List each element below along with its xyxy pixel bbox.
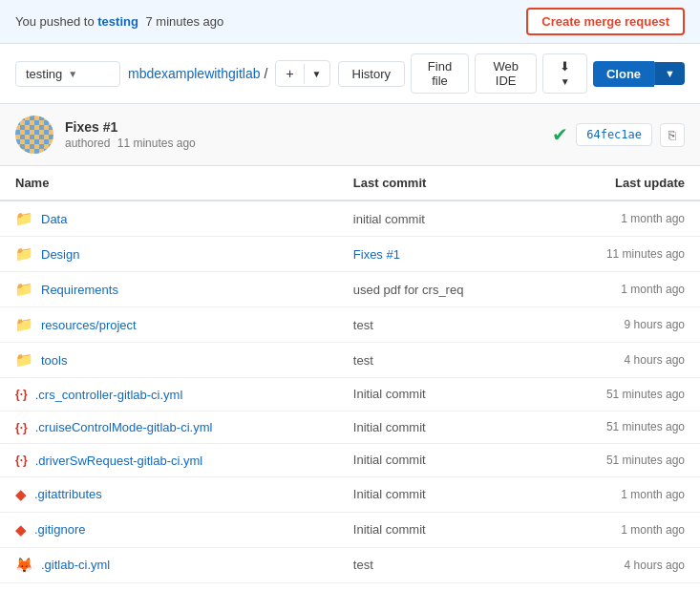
- file-icon-name: {·} .crs_controller-gitlab-ci.yml: [15, 388, 182, 402]
- file-link[interactable]: .gitattributes: [34, 487, 102, 501]
- file-table: Name Last commit Last update 📁 Data init…: [0, 166, 700, 591]
- download-icon: ⬇: [560, 59, 570, 74]
- table-row: 📁 tools test 4 hours ago: [0, 343, 700, 378]
- commit-title: Fixes #1: [65, 119, 541, 135]
- file-link[interactable]: Requirements: [41, 283, 118, 297]
- table-row: {·} .driverSwRequest-gitlab-ci.yml Initi…: [0, 444, 700, 477]
- file-link[interactable]: .gitignore: [34, 522, 85, 537]
- file-link[interactable]: resources/project: [41, 318, 137, 332]
- table-row: 🦊 .gitlab-ci.yml test 4 hours ago: [0, 547, 700, 582]
- last-update-cell: 51 minutes ago: [542, 444, 700, 477]
- last-commit-cell: Fixes #1: [338, 237, 542, 272]
- file-icon-name: ◆ .gitattributes: [15, 486, 102, 503]
- col-last-update: Last update: [542, 166, 700, 201]
- web-ide-button[interactable]: Web IDE: [475, 53, 537, 94]
- git-icon: ◆: [15, 521, 27, 538]
- history-button[interactable]: History: [338, 61, 405, 87]
- last-commit-cell: test: [338, 343, 542, 378]
- copy-hash-button[interactable]: ⎘: [660, 123, 685, 147]
- file-link[interactable]: Design: [41, 247, 79, 262]
- commit-actions: ✔ 64fec1ae ⎘: [552, 123, 685, 147]
- file-name-cell: 📁 Data: [0, 201, 338, 237]
- file-link[interactable]: .cruiseControlMode-gitlab-ci.yml: [35, 420, 213, 434]
- commit-hash-link[interactable]: 64fec1ae: [576, 123, 652, 146]
- file-name-cell: ◆ .gitignore: [0, 512, 338, 547]
- repository-toolbar: testing ▼ mbdexamplewithgitlab / + ▼ His…: [0, 44, 700, 104]
- last-commit-cell: Initial commit: [338, 378, 542, 412]
- ci-status-icon[interactable]: ✔: [552, 123, 568, 146]
- table-row: ◆ .gitignore Initial commit 1 month ago: [0, 512, 700, 547]
- gitlab-icon: 🦊: [15, 557, 33, 574]
- file-name-cell: {·} .driverSwRequest-gitlab-ci.yml: [0, 444, 338, 477]
- last-update-cell: 4 hours ago: [542, 547, 700, 582]
- last-commit-cell: Initial commit: [338, 476, 542, 512]
- table-row: 📁 Design Fixes #1 11 minutes ago: [0, 237, 700, 272]
- add-dropdown-button[interactable]: ▼: [304, 64, 329, 84]
- last-commit-cell: Initial commit: [338, 411, 542, 444]
- folder-icon: 📁: [15, 351, 33, 369]
- yaml-icon: {·}: [15, 454, 28, 467]
- table-row: {·} .crs_controller-gitlab-ci.yml Initia…: [0, 378, 700, 412]
- folder-icon: 📁: [15, 210, 33, 227]
- table-body: 📁 Data initial commit 1 month ago 📁 Desi…: [0, 201, 700, 591]
- clone-button[interactable]: Clone: [593, 61, 654, 87]
- table-row: 📁 resources/project test 9 hours ago: [0, 307, 700, 343]
- table-row: 📁 Data initial commit 1 month ago: [0, 201, 700, 237]
- avatar: [15, 116, 53, 154]
- copy-icon: ⎘: [668, 128, 676, 142]
- folder-icon: 📁: [15, 245, 33, 263]
- file-name-cell: ◆ .gitattributes: [0, 476, 338, 512]
- yaml-icon: {·}: [15, 421, 28, 434]
- last-update-cell: 11 minutes ago: [542, 237, 700, 272]
- last-update-cell: 1 month ago: [542, 476, 700, 512]
- last-update-cell: 1 month ago: [542, 201, 700, 237]
- push-banner: You pushed to testing 7 minutes ago Crea…: [0, 0, 700, 44]
- file-link[interactable]: Data: [41, 212, 67, 226]
- clone-dropdown-button[interactable]: ▼: [654, 62, 685, 85]
- folder-icon: 📁: [15, 316, 33, 333]
- last-commit-cell: Initial commit: [338, 512, 542, 547]
- file-link[interactable]: tools: [41, 353, 67, 368]
- file-icon-name: 📁 Requirements: [15, 281, 118, 298]
- branch-selector[interactable]: testing ▼: [15, 61, 120, 87]
- clone-button-group: Clone ▼: [593, 61, 685, 87]
- last-commit-cell: Initial commit: [338, 582, 542, 591]
- table-row: {·} .targetSpeedThrottle-gitlab-ci.yml I…: [0, 582, 700, 591]
- download-button[interactable]: ⬇ ▼: [542, 53, 587, 94]
- find-file-button[interactable]: Find file: [411, 53, 469, 94]
- last-commit-cell: test: [338, 307, 542, 343]
- file-icon-name: {·} .driverSwRequest-gitlab-ci.yml: [15, 454, 202, 468]
- commit-bar: Fixes #1 authored 11 minutes ago ✔ 64fec…: [0, 104, 700, 166]
- last-commit-cell: test: [338, 547, 542, 582]
- file-name-cell: {·} .crs_controller-gitlab-ci.yml: [0, 378, 338, 412]
- file-name-cell: 🦊 .gitlab-ci.yml: [0, 547, 338, 582]
- file-link[interactable]: .driverSwRequest-gitlab-ci.yml: [35, 454, 203, 468]
- last-commit-cell: used pdf for crs_req: [338, 272, 542, 307]
- file-name-cell: {·} .cruiseControlMode-gitlab-ci.yml: [0, 411, 338, 444]
- file-icon-name: {·} .cruiseControlMode-gitlab-ci.yml: [15, 420, 212, 434]
- branch-name: testing: [26, 67, 62, 81]
- last-update-cell: 1 month ago: [542, 272, 700, 307]
- file-name-cell: {·} .targetSpeedThrottle-gitlab-ci.yml: [0, 582, 338, 591]
- file-link[interactable]: .crs_controller-gitlab-ci.yml: [35, 388, 183, 402]
- table-row: {·} .cruiseControlMode-gitlab-ci.yml Ini…: [0, 411, 700, 444]
- yaml-icon: {·}: [15, 388, 28, 401]
- last-update-cell: 4 hours ago: [542, 343, 700, 378]
- branch-link[interactable]: testing: [97, 14, 138, 29]
- table-row: ◆ .gitattributes Initial commit 1 month …: [0, 476, 700, 512]
- add-file-button[interactable]: +: [276, 61, 303, 86]
- last-commit-cell: initial commit: [338, 201, 542, 237]
- col-name: Name: [0, 166, 338, 201]
- file-link[interactable]: .gitlab-ci.yml: [41, 558, 110, 572]
- create-merge-request-button[interactable]: Create merge request: [526, 8, 685, 35]
- add-file-group: + ▼: [275, 60, 329, 87]
- repo-link[interactable]: mbdexamplewithgitlab: [128, 66, 261, 81]
- file-name-cell: 📁 Design: [0, 237, 338, 272]
- file-name-cell: 📁 Requirements: [0, 272, 338, 307]
- file-name-cell: 📁 resources/project: [0, 307, 338, 343]
- table-header: Name Last commit Last update: [0, 166, 700, 201]
- last-update-cell: 51 minutes ago: [542, 582, 700, 591]
- commit-link[interactable]: Fixes #1: [353, 247, 400, 262]
- download-chevron-icon: ▼: [561, 76, 570, 87]
- file-icon-name: 📁 Data: [15, 210, 67, 227]
